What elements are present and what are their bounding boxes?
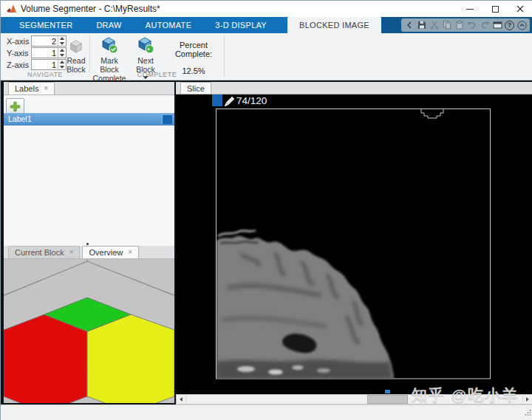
left-panel: Labels × Label1 Current Block bbox=[4, 82, 174, 403]
label-color-swatch[interactable] bbox=[162, 115, 172, 124]
minimize-button[interactable] bbox=[457, 1, 482, 17]
toolstrip-tab-bar: SEGMENTER DRAW AUTOMATE 3-D DISPLAY BLOC… bbox=[1, 17, 532, 33]
toolstrip-right-area: ? bbox=[381, 17, 532, 33]
close-button[interactable] bbox=[508, 1, 532, 17]
x-axis-label: X-axis bbox=[7, 37, 31, 46]
y-axis-spinner[interactable] bbox=[31, 47, 66, 58]
slice-tab-label: Slice bbox=[187, 84, 205, 93]
tab-automate[interactable]: AUTOMATE bbox=[134, 17, 204, 33]
z-axis-field: Z-axis bbox=[7, 59, 66, 70]
slice-tab-bar: Slice bbox=[176, 82, 532, 94]
z-axis-input[interactable] bbox=[32, 60, 58, 69]
block-view-tab-bar: Current Block × Overview × bbox=[4, 246, 174, 259]
x-axis-spinner[interactable] bbox=[31, 35, 66, 47]
undo-icon[interactable] bbox=[467, 20, 477, 30]
navigate-section-label: NAVIGATE bbox=[1, 71, 89, 78]
close-tab-icon[interactable]: × bbox=[44, 85, 48, 92]
labels-tab-label: Labels bbox=[15, 84, 38, 93]
z-axis-spinner[interactable] bbox=[31, 59, 66, 70]
chevron-left-icon[interactable] bbox=[404, 20, 415, 30]
help-icon[interactable]: ? bbox=[505, 21, 514, 30]
title-bar: Volume Segmenter - C:\MyResults* bbox=[1, 1, 532, 17]
overview-tab-label: Overview bbox=[89, 248, 123, 257]
scroll-left-icon bbox=[180, 397, 183, 402]
label-list-item[interactable]: Label1 bbox=[4, 113, 174, 125]
paste-icon[interactable] bbox=[454, 20, 465, 30]
labels-list: Label1 bbox=[4, 95, 174, 246]
layout-icon[interactable] bbox=[492, 20, 502, 30]
y-axis-input[interactable] bbox=[32, 48, 58, 58]
drag-handle-dot bbox=[86, 243, 89, 245]
brain-mri-slice bbox=[216, 230, 394, 379]
slice-panel: Slice bbox=[176, 82, 532, 404]
y-axis-field: Y-axis bbox=[7, 47, 66, 58]
percent-complete: Percent Complete: 12.5% bbox=[165, 41, 222, 75]
collapse-ribbon-icon[interactable] bbox=[516, 20, 527, 30]
slice-canvas[interactable]: 74/120 bbox=[176, 94, 532, 394]
quick-access-toolbar: ? bbox=[401, 18, 530, 32]
ribbon: X-axis Y-axis Z-axis bbox=[1, 33, 532, 80]
overview-3d-view[interactable] bbox=[4, 259, 174, 403]
mark-block-complete-icon bbox=[100, 36, 118, 54]
watermark-dot bbox=[385, 390, 390, 393]
label-name: Label1 bbox=[8, 114, 32, 123]
minimize-icon bbox=[466, 9, 474, 10]
z-axis-label: Z-axis bbox=[7, 61, 31, 69]
add-label-button[interactable] bbox=[6, 98, 24, 114]
x-axis-input[interactable] bbox=[32, 36, 58, 46]
close-tab-icon[interactable]: × bbox=[128, 249, 132, 256]
workspace: Labels × Label1 Current Block bbox=[1, 80, 532, 404]
cut-icon[interactable] bbox=[429, 20, 440, 30]
plus-icon bbox=[9, 100, 21, 113]
tab-slice[interactable]: Slice bbox=[180, 82, 211, 94]
mark-block-complete-label: Mark Block Complete bbox=[92, 56, 127, 83]
section-separator bbox=[224, 35, 225, 77]
tab-current-block[interactable]: Current Block × bbox=[8, 246, 80, 258]
read-block-button[interactable]: Read Block bbox=[64, 36, 89, 74]
volume-segmenter-window: Volume Segmenter - C:\MyResults* SEGMENT… bbox=[0, 0, 532, 420]
current-block-tab-label: Current Block bbox=[15, 248, 64, 257]
save-icon[interactable] bbox=[417, 20, 427, 30]
tab-labels[interactable]: Labels × bbox=[8, 82, 55, 94]
scroll-right-icon bbox=[526, 397, 529, 402]
block-overview-axes bbox=[4, 259, 174, 403]
y-axis-label: Y-axis bbox=[7, 49, 31, 58]
watermark-text: 知乎 @吃小羊 bbox=[412, 385, 519, 405]
tab-blocked-image[interactable]: BLOCKED IMAGE bbox=[287, 17, 381, 33]
labels-tab-bar: Labels × bbox=[4, 82, 174, 95]
active-label-color-indicator bbox=[212, 94, 222, 106]
redo-icon[interactable] bbox=[480, 20, 490, 30]
slice-number-indicator: 74/120 bbox=[236, 95, 267, 106]
percent-complete-label: Percent Complete: bbox=[165, 41, 222, 58]
maximize-button[interactable] bbox=[482, 1, 508, 17]
scroll-right-button[interactable] bbox=[522, 395, 532, 404]
tab-3d-display[interactable]: 3-D DISPLAY bbox=[203, 17, 279, 33]
read-block-cube-icon bbox=[69, 39, 83, 54]
next-block-icon bbox=[137, 36, 154, 54]
block-left-face bbox=[4, 314, 87, 403]
block-right-face bbox=[87, 314, 174, 403]
tab-draw[interactable]: DRAW bbox=[84, 17, 133, 33]
window-title: Volume Segmenter - C:\MyResults* bbox=[21, 4, 160, 14]
complete-section-label: COMPLETE bbox=[90, 71, 224, 78]
slice-image bbox=[176, 94, 532, 394]
scroll-left-button[interactable] bbox=[177, 395, 186, 404]
close-icon bbox=[516, 5, 524, 13]
copy-icon[interactable] bbox=[442, 20, 452, 30]
segmentation-outline-notch bbox=[421, 109, 443, 118]
status-bar bbox=[1, 404, 532, 420]
x-axis-field: X-axis bbox=[7, 35, 66, 47]
maximize-icon bbox=[492, 6, 499, 13]
close-tab-icon[interactable]: × bbox=[69, 249, 74, 256]
tab-segmenter[interactable]: SEGMENTER bbox=[1, 17, 84, 33]
matlab-logo-icon bbox=[6, 4, 16, 14]
scrollbar-thumb[interactable] bbox=[367, 395, 408, 404]
pencil-icon bbox=[224, 95, 235, 110]
resize-grip[interactable] bbox=[524, 406, 531, 419]
tab-overview[interactable]: Overview × bbox=[82, 246, 139, 258]
